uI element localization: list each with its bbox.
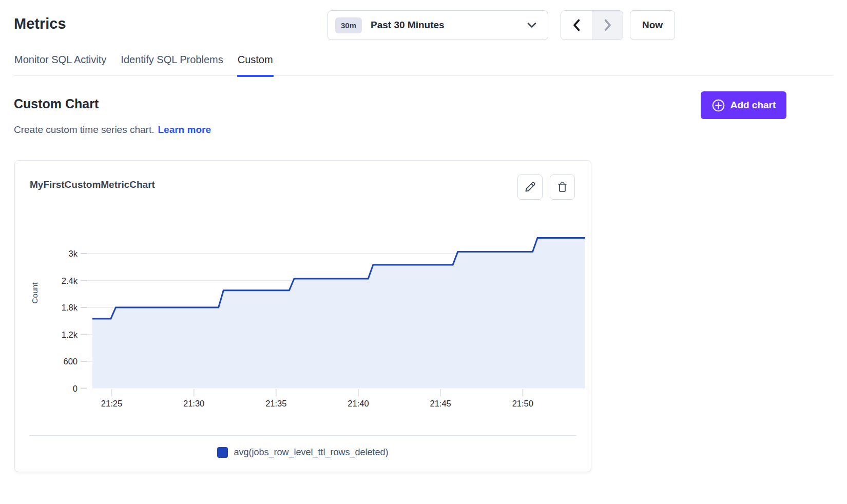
svg-text:2.4k: 2.4k	[62, 276, 78, 285]
svg-text:1.2k: 1.2k	[62, 330, 78, 339]
chevron-right-icon	[603, 18, 613, 32]
svg-text:21:35: 21:35	[265, 399, 286, 408]
svg-text:21:50: 21:50	[512, 399, 533, 408]
time-series-chart: 06001.2k1.8k2.4k3k21:2521:3021:3521:4021…	[15, 161, 592, 417]
page-title: Metrics	[14, 15, 66, 32]
section-subtitle: Create custom time series chart.Learn mo…	[14, 124, 211, 135]
chart-legend: avg(jobs_row_level_ttl_rows_deleted)	[15, 447, 591, 458]
svg-text:21:30: 21:30	[183, 399, 204, 408]
legend-label: avg(jobs_row_level_ttl_rows_deleted)	[234, 447, 388, 458]
svg-text:21:25: 21:25	[101, 399, 122, 408]
subtitle-text: Create custom time series chart.	[14, 124, 154, 135]
svg-text:0: 0	[73, 384, 78, 393]
svg-text:21:45: 21:45	[430, 399, 451, 408]
svg-text:1.8k: 1.8k	[62, 303, 78, 312]
chevron-left-icon	[571, 18, 582, 32]
tab-monitor-sql-activity[interactable]: Monitor SQL Activity	[14, 53, 107, 66]
tab-custom[interactable]: Custom	[237, 53, 274, 66]
learn-more-link[interactable]: Learn more	[158, 124, 210, 135]
plus-circle-icon	[711, 99, 725, 112]
time-back-button[interactable]	[561, 11, 592, 40]
delete-trash-icon-button[interactable]	[550, 175, 575, 200]
add-chart-label: Add chart	[730, 100, 776, 111]
chart-title: MyFirstCustomMetricChart	[30, 179, 155, 190]
edit-chart-button[interactable]	[517, 175, 543, 200]
card-divider	[29, 435, 576, 436]
svg-text:600: 600	[63, 357, 78, 366]
time-range-label: Past 30 Minutes	[371, 20, 445, 31]
time-navigation-group	[561, 10, 623, 40]
now-button[interactable]: Now	[630, 10, 675, 40]
custom-chart-card: MyFirstCustomMetricChart 06001.2k1.8k2.4…	[14, 160, 591, 472]
trash-icon	[556, 181, 568, 193]
svg-text:3k: 3k	[69, 249, 78, 258]
svg-text:Count: Count	[30, 282, 39, 304]
section-title: Custom Chart	[14, 96, 99, 111]
edit-pencil-icon	[524, 181, 536, 193]
legend-swatch	[217, 447, 228, 458]
tab-identify-sql-problems[interactable]: Identify SQL Problems	[120, 53, 223, 66]
tab-bar: Monitor SQL Activity Identify SQL Proble…	[14, 53, 833, 76]
time-forward-button[interactable]	[592, 11, 623, 40]
svg-text:21:40: 21:40	[348, 399, 369, 408]
time-range-badge: 30m	[335, 17, 362, 33]
chevron-down-icon	[527, 22, 536, 28]
add-chart-button[interactable]: Add chart	[701, 91, 786, 119]
time-range-dropdown[interactable]: 30m Past 30 Minutes	[328, 10, 548, 40]
